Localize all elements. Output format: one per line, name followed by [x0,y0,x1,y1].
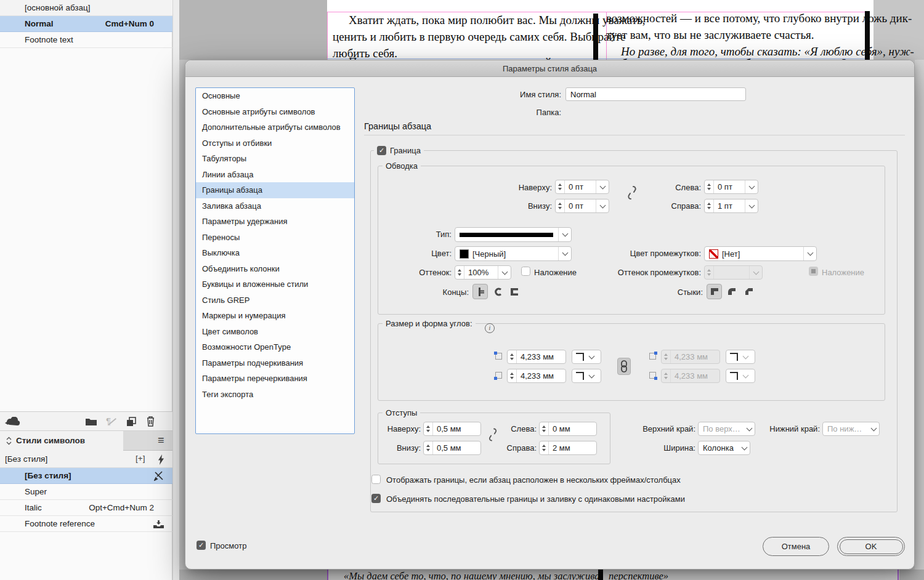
character-style-row[interactable]: Super [0,484,172,500]
value[interactable]: 1 пт [714,201,745,211]
offset-left-field[interactable]: 0 мм [539,422,597,436]
stepper[interactable] [705,199,714,212]
stroke-left-field[interactable]: 0 пт [704,180,758,194]
sidebar-item-char-color[interactable]: Цвет символов [196,324,354,340]
value[interactable]: 0 мм [549,424,596,433]
delete-style-trash-icon[interactable] [146,416,155,427]
overprint-checkbox[interactable] [521,267,530,276]
sidebar-item-hyphenation[interactable]: Переносы [196,230,354,246]
top-edge-dropdown[interactable]: По верх… [698,422,755,436]
offset-top-field[interactable]: 0,5 мм [423,422,481,436]
stroke-type-dropdown[interactable] [455,227,572,242]
character-style-row[interactable]: Footnote reference [0,516,172,532]
sidebar-item-drop-caps[interactable]: Буквицы и вложенные стили [196,276,354,292]
preview-checkbox[interactable]: ✓ [197,541,206,550]
character-style-row-selected[interactable]: [Без стиля] [0,468,172,484]
tint-field[interactable]: 100% [455,265,511,280]
panel-scroll-gutter[interactable] [172,0,179,580]
panel-menu-icon[interactable]: ≡ [158,434,164,447]
sidebar-item-rules[interactable]: Линии абзаца [196,167,354,183]
link-corners-button[interactable] [617,358,631,375]
join-round-button[interactable] [724,284,739,299]
character-style-row[interactable]: Italic Opt+Cmd+Num 2 [0,500,172,516]
quick-apply-lightning-icon[interactable] [158,454,164,465]
stroke-bottom-field[interactable]: 0 пт [555,199,609,213]
bottom-edge-dropdown[interactable]: По ниж… [822,422,880,436]
cap-round-button[interactable] [490,284,505,299]
stepper[interactable] [540,422,549,435]
sidebar-item-justification[interactable]: Выключка [196,245,354,261]
value[interactable]: 0,5 мм [433,424,480,433]
paragraph-style-row-selected[interactable]: Normal Cmd+Num 0 [0,16,172,32]
dropdown-chevron[interactable] [586,350,596,363]
dialog-titlebar[interactable]: Параметры стиля абзаца [185,60,914,77]
cc-libraries-cloud-icon[interactable] [5,417,21,427]
panel-collapse-icon[interactable] [6,437,12,445]
cancel-button[interactable]: Отмена [763,537,829,556]
stroke-top-field[interactable]: 0 пт [555,180,609,194]
stepper[interactable] [540,441,549,454]
paragraph-style-row[interactable]: Footnote text [0,32,172,48]
sidebar-item-keep[interactable]: Параметры удержания [196,214,354,230]
value[interactable]: 100% [464,268,498,277]
dropdown-chevron[interactable] [558,228,571,241]
style-name[interactable]: Super [25,487,47,496]
sidebar-item-opentype[interactable]: Возможности OpenType [196,339,354,355]
offset-right-field[interactable]: 2 мм [539,441,597,455]
stepper[interactable] [556,180,565,193]
merge-borders-checkbox[interactable]: ✓ [371,494,381,503]
gap-color-dropdown[interactable]: [Нет] [704,246,817,261]
stroke-right-field[interactable]: 1 пт [704,199,758,213]
dropdown-chevron[interactable] [596,199,609,212]
dropdown-chevron[interactable] [558,247,571,260]
sidebar-item-strikethrough[interactable]: Параметры перечеркивания [196,371,354,387]
offset-bottom-field[interactable]: 0,5 мм [423,441,481,455]
dropdown-chevron[interactable] [586,369,596,382]
sidebar-item-basic-char[interactable]: Основные атрибуты символов [196,104,354,120]
dropdown-chevron[interactable] [745,180,758,193]
style-name[interactable]: Normal [25,19,54,28]
cap-butt-button[interactable] [472,284,488,299]
corner-topleft-field[interactable]: 4,233 мм [507,350,566,364]
style-name-input[interactable]: Normal [565,87,746,101]
sidebar-item-bullets[interactable]: Маркеры и нумерация [196,308,354,324]
info-icon[interactable]: i [485,323,495,333]
style-name[interactable]: Italic [25,503,42,512]
dropdown-chevron[interactable] [745,199,758,212]
value[interactable]: 0 пт [714,182,745,191]
sidebar-item-grep[interactable]: Стиль GREP [196,292,354,308]
style-group-folder-icon[interactable] [85,417,97,426]
sidebar-item-advanced-char[interactable]: Дополнительные атрибуты символов [196,119,354,135]
stepper[interactable] [424,422,433,435]
value[interactable]: 0,5 мм [433,443,480,453]
dropdown-chevron[interactable] [803,247,816,260]
stepper[interactable] [424,441,433,454]
sidebar-item-tabs[interactable]: Табуляторы [196,151,354,167]
value[interactable]: 0 пт [565,201,596,211]
sidebar-item-span-columns[interactable]: Объединить колонки [196,261,354,277]
stroke-color-dropdown[interactable]: [Черный] [455,246,572,261]
value[interactable]: 4,233 мм [517,371,565,381]
sidebar-item-indents[interactable]: Отступы и отбивки [196,135,354,151]
stepper[interactable] [508,369,517,382]
width-dropdown[interactable]: Колонка [698,441,750,455]
stepper[interactable] [705,180,714,193]
paragraph-style-row[interactable]: [основной абзац] [0,0,172,16]
broken-chain-icon[interactable] [626,184,638,201]
corner-topleft-shape-dropdown[interactable] [572,350,601,364]
dropdown-chevron[interactable] [868,422,879,435]
corner-bottomleft-field[interactable]: 4,233 мм [507,369,566,383]
style-name[interactable]: [основной абзац] [25,3,91,12]
style-name[interactable]: [Без стиля] [25,471,71,480]
sidebar-item-underline[interactable]: Параметры подчеркивания [196,355,354,371]
corner-bottomleft-shape-dropdown[interactable] [572,369,601,383]
stepper[interactable] [556,199,565,212]
dropdown-chevron[interactable] [744,422,755,435]
style-name[interactable]: Footnote reference [25,519,95,528]
dropdown-chevron[interactable] [739,441,750,454]
sidebar-item-shading[interactable]: Заливка абзаца [196,198,354,214]
stepper[interactable] [455,266,464,279]
style-name[interactable]: Footnote text [25,35,73,44]
add-to-cc-library-icon[interactable]: [+] [136,454,145,463]
dropdown-chevron[interactable] [596,180,609,193]
